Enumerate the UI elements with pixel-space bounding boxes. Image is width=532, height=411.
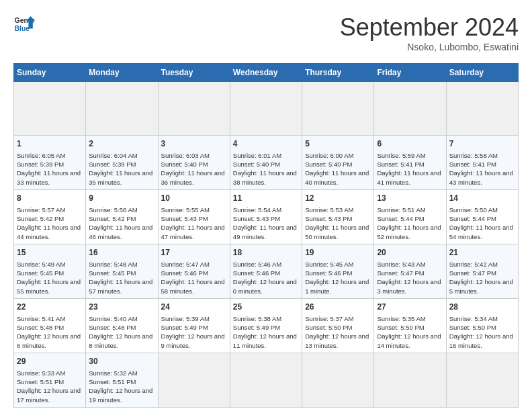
daylight-text: Daylight: 11 hours and 50 minutes. xyxy=(305,224,369,240)
sunrise-text: Sunrise: 5:55 AM xyxy=(161,206,210,214)
location: Nsoko, Lubombo, Eswatini xyxy=(340,42,519,52)
calendar-day-cell: 22 Sunrise: 5:41 AM Sunset: 5:48 PM Dayl… xyxy=(14,298,86,353)
sunrise-text: Sunrise: 6:04 AM xyxy=(89,152,137,159)
day-number: 29 xyxy=(17,356,83,367)
daylight-text: Daylight: 12 hours and 17 minutes. xyxy=(17,387,81,403)
calendar-day-cell: 6 Sunrise: 5:59 AM Sunset: 5:41 PM Dayli… xyxy=(374,136,446,190)
calendar-day-cell: 4 Sunrise: 6:01 AM Sunset: 5:40 PM Dayli… xyxy=(230,136,302,190)
day-of-week-header: Wednesday xyxy=(230,64,302,82)
calendar-week-row: 15 Sunrise: 5:49 AM Sunset: 5:45 PM Dayl… xyxy=(14,244,519,298)
sunset-text: Sunset: 5:40 PM xyxy=(161,161,208,168)
daylight-text: Daylight: 11 hours and 46 minutes. xyxy=(89,224,152,240)
calendar-day-cell xyxy=(230,353,302,407)
sunset-text: Sunset: 5:50 PM xyxy=(305,324,352,331)
sunset-text: Sunset: 5:39 PM xyxy=(17,161,64,168)
sunrise-text: Sunrise: 6:05 AM xyxy=(17,152,65,159)
calendar-day-cell: 1 Sunrise: 6:05 AM Sunset: 5:39 PM Dayli… xyxy=(14,136,86,190)
calendar-day-cell xyxy=(446,353,518,407)
day-number: 15 xyxy=(17,247,83,259)
day-number: 23 xyxy=(89,302,154,313)
daylight-text: Daylight: 11 hours and 41 minutes. xyxy=(377,169,441,185)
day-of-week-header: Saturday xyxy=(446,64,518,82)
calendar-day-cell: 17 Sunrise: 5:47 AM Sunset: 5:46 PM Dayl… xyxy=(158,244,230,298)
calendar-day-cell xyxy=(230,82,302,136)
daylight-text: Daylight: 12 hours and 0 minutes. xyxy=(233,278,297,294)
calendar-day-cell: 5 Sunrise: 6:00 AM Sunset: 5:40 PM Dayli… xyxy=(302,136,374,190)
day-number: 14 xyxy=(449,193,515,204)
sunset-text: Sunset: 5:47 PM xyxy=(377,269,424,277)
day-of-week-header: Sunday xyxy=(14,64,86,82)
daylight-text: Daylight: 12 hours and 5 minutes. xyxy=(449,278,513,294)
calendar-week-row: 22 Sunrise: 5:41 AM Sunset: 5:48 PM Dayl… xyxy=(14,298,519,353)
sunrise-text: Sunrise: 5:37 AM xyxy=(305,315,353,322)
sunset-text: Sunset: 5:51 PM xyxy=(89,378,136,385)
sunset-text: Sunset: 5:43 PM xyxy=(233,215,280,222)
daylight-text: Daylight: 11 hours and 49 minutes. xyxy=(233,224,297,240)
sunrise-text: Sunrise: 5:33 AM xyxy=(17,369,65,377)
sunset-text: Sunset: 5:40 PM xyxy=(305,161,352,168)
sunset-text: Sunset: 5:41 PM xyxy=(449,161,496,168)
sunrise-text: Sunrise: 6:03 AM xyxy=(161,152,210,159)
calendar-day-cell xyxy=(14,82,86,136)
day-number: 6 xyxy=(377,138,443,150)
calendar-day-cell: 13 Sunrise: 5:51 AM Sunset: 5:44 PM Dayl… xyxy=(374,189,446,244)
sunrise-text: Sunrise: 6:01 AM xyxy=(233,152,281,159)
daylight-text: Daylight: 11 hours and 43 minutes. xyxy=(449,169,513,185)
calendar-day-cell: 24 Sunrise: 5:39 AM Sunset: 5:49 PM Dayl… xyxy=(158,298,230,353)
daylight-text: Daylight: 11 hours and 55 minutes. xyxy=(17,278,81,294)
sunrise-text: Sunrise: 5:54 AM xyxy=(233,206,281,214)
sunset-text: Sunset: 5:49 PM xyxy=(161,324,208,331)
month-title: September 2024 xyxy=(340,13,519,42)
sunrise-text: Sunrise: 5:49 AM xyxy=(17,261,65,268)
calendar-day-cell: 7 Sunrise: 5:58 AM Sunset: 5:41 PM Dayli… xyxy=(446,136,518,190)
daylight-text: Daylight: 12 hours and 6 minutes. xyxy=(17,332,81,349)
calendar-day-cell xyxy=(374,82,446,136)
sunrise-text: Sunrise: 5:48 AM xyxy=(89,261,137,268)
sunrise-text: Sunrise: 5:56 AM xyxy=(89,206,137,214)
sunrise-text: Sunrise: 5:34 AM xyxy=(449,315,498,322)
daylight-text: Daylight: 11 hours and 35 minutes. xyxy=(89,169,152,185)
sunset-text: Sunset: 5:41 PM xyxy=(377,161,424,168)
sunrise-text: Sunrise: 5:59 AM xyxy=(377,152,425,159)
day-number: 10 xyxy=(161,193,227,204)
sunset-text: Sunset: 5:43 PM xyxy=(305,215,352,222)
day-number: 1 xyxy=(17,138,83,150)
daylight-text: Daylight: 12 hours and 19 minutes. xyxy=(89,387,152,403)
calendar-week-row: 1 Sunrise: 6:05 AM Sunset: 5:39 PM Dayli… xyxy=(14,136,519,190)
sunset-text: Sunset: 5:42 PM xyxy=(89,215,136,222)
day-number: 9 xyxy=(89,193,154,204)
day-number: 27 xyxy=(377,302,443,313)
day-number: 16 xyxy=(89,247,154,259)
calendar-day-cell: 27 Sunrise: 5:35 AM Sunset: 5:50 PM Dayl… xyxy=(374,298,446,353)
calendar-day-cell: 19 Sunrise: 5:45 AM Sunset: 5:46 PM Dayl… xyxy=(302,244,374,298)
sunrise-text: Sunrise: 5:40 AM xyxy=(89,315,137,322)
page-header: General Blue September 2024 Nsoko, Lubom… xyxy=(13,13,519,52)
calendar-day-cell: 11 Sunrise: 5:54 AM Sunset: 5:43 PM Dayl… xyxy=(230,189,302,244)
daylight-text: Daylight: 11 hours and 33 minutes. xyxy=(17,169,81,185)
sunrise-text: Sunrise: 5:50 AM xyxy=(449,206,498,214)
day-number: 22 xyxy=(17,302,83,313)
day-number: 20 xyxy=(377,247,443,259)
day-number: 4 xyxy=(233,138,299,150)
day-of-week-header: Thursday xyxy=(302,64,374,82)
calendar-week-row: 29 Sunrise: 5:33 AM Sunset: 5:51 PM Dayl… xyxy=(14,353,519,407)
calendar-day-cell: 21 Sunrise: 5:42 AM Sunset: 5:47 PM Dayl… xyxy=(446,244,518,298)
sunrise-text: Sunrise: 5:41 AM xyxy=(17,315,65,322)
day-number: 30 xyxy=(89,356,154,367)
day-of-week-header: Tuesday xyxy=(158,64,230,82)
daylight-text: Daylight: 11 hours and 40 minutes. xyxy=(305,169,369,185)
calendar-day-cell: 25 Sunrise: 5:38 AM Sunset: 5:49 PM Dayl… xyxy=(230,298,302,353)
daylight-text: Daylight: 11 hours and 47 minutes. xyxy=(161,224,225,240)
day-number: 24 xyxy=(161,302,227,313)
calendar-day-cell xyxy=(302,353,374,407)
sunrise-text: Sunrise: 5:32 AM xyxy=(89,369,137,377)
day-number: 28 xyxy=(449,302,515,313)
day-number: 19 xyxy=(305,247,371,259)
calendar-day-cell: 12 Sunrise: 5:53 AM Sunset: 5:43 PM Dayl… xyxy=(302,189,374,244)
calendar-day-cell: 20 Sunrise: 5:43 AM Sunset: 5:47 PM Dayl… xyxy=(374,244,446,298)
sunrise-text: Sunrise: 5:39 AM xyxy=(161,315,210,322)
calendar-day-cell xyxy=(86,82,158,136)
calendar-day-cell: 18 Sunrise: 5:46 AM Sunset: 5:46 PM Dayl… xyxy=(230,244,302,298)
sunrise-text: Sunrise: 5:57 AM xyxy=(17,206,65,214)
sunrise-text: Sunrise: 5:46 AM xyxy=(233,261,281,268)
